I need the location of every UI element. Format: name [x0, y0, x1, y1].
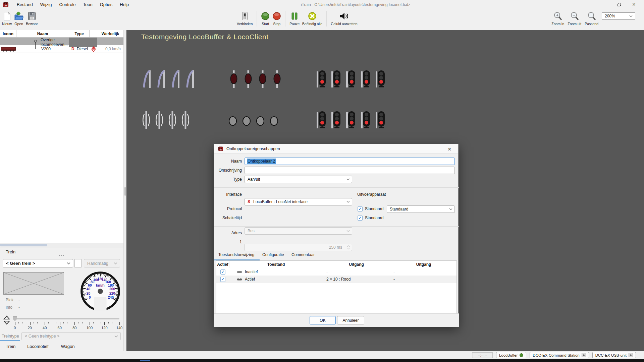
ok-button[interactable]: OK: [310, 316, 336, 324]
save-button[interactable]: Bewaar: [26, 9, 38, 28]
direction-indicator-icon[interactable]: [91, 46, 96, 52]
external-window-icon: [582, 353, 586, 357]
type-label: Type: [214, 176, 242, 183]
signal-symbol[interactable]: [375, 111, 385, 130]
signal-symbol[interactable]: [360, 70, 371, 89]
panel-collapse-handle[interactable]: •••: [59, 253, 65, 257]
decoupler-symbol[interactable]: [142, 111, 151, 129]
panel-splitter[interactable]: [123, 30, 126, 351]
zoom-level-select[interactable]: 200%: [602, 12, 635, 20]
signal-symbol[interactable]: [345, 70, 356, 89]
actief-checkbox[interactable]: ✓: [220, 269, 225, 275]
svg-text:180: 180: [108, 284, 114, 287]
type-select[interactable]: Aan/uit: [245, 176, 352, 183]
signal-symbol[interactable]: [316, 111, 326, 130]
signal-symbol[interactable]: [330, 111, 341, 130]
slider-thumb[interactable]: [13, 316, 17, 321]
protocol-label: Protocol: [214, 205, 242, 213]
svg-text:60: 60: [88, 284, 92, 287]
close-button[interactable]: ✕: [627, 0, 641, 9]
open-folder-icon: [14, 11, 24, 21]
omschrijving-input[interactable]: [245, 167, 455, 174]
start-button[interactable]: Start: [261, 9, 270, 28]
blok-label: Blok: [6, 298, 13, 302]
tab-configuratie[interactable]: Configuratie: [262, 252, 284, 257]
lamp-symbol[interactable]: [259, 70, 267, 88]
zoom-fit-button[interactable]: Passend: [585, 9, 598, 28]
train-color-box: [74, 259, 82, 267]
sound-button[interactable]: Geluid aanzetten: [331, 9, 357, 28]
disc-symbol[interactable]: [256, 116, 265, 126]
menu-bestand[interactable]: Bestand: [13, 1, 36, 8]
turnout-group: [142, 70, 195, 88]
command-station-button[interactable]: DCC-EX Command Station: [530, 352, 589, 358]
usb-unit-button[interactable]: DCC-EX USB-unit: [592, 352, 636, 358]
signal-group: [316, 111, 385, 130]
slider-track[interactable]: [15, 318, 119, 319]
pause-button[interactable]: Pauze: [289, 9, 300, 28]
horizontal-scrollbar[interactable]: [0, 243, 123, 247]
zoom-in-button[interactable]: Zoom in: [551, 9, 564, 28]
lamp-symbol[interactable]: [230, 70, 238, 88]
scrollbar-thumb[interactable]: [0, 244, 47, 246]
menu-toon[interactable]: Toon: [80, 1, 96, 8]
signal-symbol[interactable]: [345, 111, 356, 130]
treintype-select[interactable]: < Geen treintype >: [21, 332, 121, 340]
tree-node-icon[interactable]: [34, 40, 37, 43]
signal-symbol[interactable]: [316, 70, 326, 89]
zoom-out-button[interactable]: Zoom uit: [568, 9, 581, 28]
state-row-actief[interactable]: ✓ Actief 2 = 10 : Rood -: [216, 276, 457, 283]
minimize-button[interactable]: —: [597, 0, 612, 9]
decoupler-group: [142, 111, 190, 129]
decoupler-symbol[interactable]: [181, 111, 190, 129]
new-button[interactable]: Nieuw: [2, 9, 12, 28]
zoom-fit-icon: [587, 11, 596, 21]
disc-symbol[interactable]: [242, 116, 251, 126]
connect-button[interactable]: Verbinden: [237, 9, 253, 28]
signal-symbol[interactable]: [360, 111, 371, 130]
dialog-close-icon[interactable]: ✕: [445, 144, 454, 154]
protocol-standaard-checkbox[interactable]: ✓: [358, 206, 363, 212]
turnout-symbol[interactable]: [171, 70, 181, 88]
decoupler-symbol[interactable]: [168, 111, 177, 129]
schakeltijd-standaard-checkbox[interactable]: ✓: [358, 216, 363, 221]
splitter-handle[interactable]: [124, 187, 126, 196]
menu-wijzig[interactable]: Wijzig: [37, 1, 55, 8]
signal-symbol[interactable]: [375, 70, 385, 89]
tab-trein[interactable]: Trein: [6, 343, 15, 350]
turnout-symbol[interactable]: [185, 70, 195, 88]
turnout-symbol[interactable]: [142, 70, 152, 88]
interface-select[interactable]: S LocoBuffer : LocoNet interface: [245, 198, 352, 205]
naam-input[interactable]: Ontkoppelaar 2: [245, 158, 455, 165]
locobuffer-status-button[interactable]: LocoBuffer: [496, 352, 526, 358]
lamp-symbol[interactable]: [273, 70, 281, 88]
table-row-v200[interactable]: V200 D Diesel 0,0 km/h: [0, 45, 123, 53]
tab-commentaar[interactable]: Commentaar: [291, 252, 315, 257]
blok-value: -: [18, 298, 20, 302]
signal-symbol[interactable]: [330, 70, 341, 89]
uitvoerapparaat-select[interactable]: Standaard: [387, 205, 455, 213]
turnout-symbol[interactable]: [156, 70, 166, 88]
decoupler-symbol[interactable]: [155, 111, 164, 129]
state-row-inactief[interactable]: ✓ Inactief - -: [216, 268, 457, 276]
menu-controle[interactable]: Controle: [56, 1, 79, 8]
open-button[interactable]: Open: [14, 9, 24, 28]
tab-locomotief[interactable]: Locomotief: [27, 343, 49, 350]
tab-wagon[interactable]: Wagon: [61, 343, 75, 350]
disc-symbol[interactable]: [270, 116, 278, 126]
disc-symbol[interactable]: [228, 116, 237, 126]
menu-opties[interactable]: Opties: [97, 1, 116, 8]
stop-button[interactable]: Stop: [272, 9, 281, 28]
lamp-symbol[interactable]: [244, 70, 252, 88]
restore-button[interactable]: [612, 0, 627, 9]
cancel-button[interactable]: Annuleer: [337, 316, 364, 324]
selected-text: Ontkoppelaar 2: [247, 159, 276, 164]
actief-checkbox[interactable]: ✓: [220, 277, 225, 282]
end-all-button[interactable]: Beëindig alle: [302, 9, 322, 28]
schakeltijd-standaard-row: ✓ Standaard: [358, 214, 383, 222]
menu-help[interactable]: Help: [116, 1, 132, 8]
table-row-group[interactable]: Overige locomotieven...: [0, 38, 123, 45]
mode-select[interactable]: Handmatig: [84, 259, 120, 267]
tab-toestandstoewijzing[interactable]: Toestandstoewijzing: [218, 252, 254, 257]
train-select[interactable]: < Geen trein >: [3, 259, 73, 267]
